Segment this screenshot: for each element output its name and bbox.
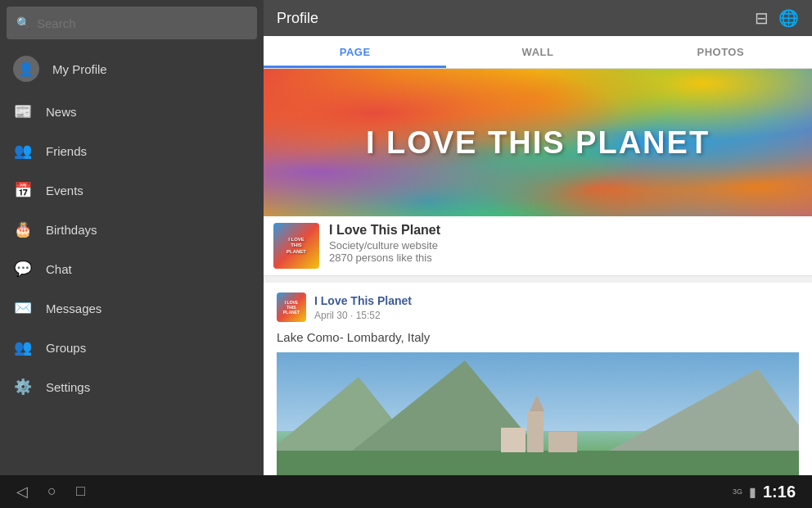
- page-name: I Love This Planet: [329, 223, 802, 238]
- post-author-link[interactable]: I Love This Planet: [314, 294, 412, 307]
- page-title: Profile: [277, 10, 318, 27]
- sidebar-item-events[interactable]: 📅 Events: [0, 170, 264, 210]
- sidebar-item-news[interactable]: 📰 News: [0, 92, 264, 131]
- post-thumbnail: I LOVETHISPLANET: [277, 293, 306, 322]
- main-header: Profile ⊟ 🌐: [264, 0, 812, 36]
- search-input[interactable]: [37, 16, 247, 30]
- battery-icon: ▮: [749, 484, 756, 500]
- sidebar-item-label: Friends: [46, 144, 87, 158]
- page-details: I Love This Planet Society/culture websi…: [329, 223, 802, 264]
- sidebar: 🔍 👤 My Profile 📰 News 👥 Friends 📅 Events…: [0, 0, 264, 475]
- post-meta: I Love This Planet April 30 · 15:52: [314, 293, 799, 321]
- tab-wall[interactable]: WALL: [446, 36, 629, 68]
- page-likes: 2870 persons like this: [329, 252, 802, 264]
- sidebar-item-label: News: [46, 105, 77, 119]
- sidebar-item-label: Messages: [46, 302, 102, 315]
- avatar: 👤: [13, 56, 39, 82]
- bottom-nav: ◁ ○ □ 3G ▮ 1:16: [0, 475, 812, 508]
- page-info-section: I LOVETHISPLANET I Love This Planet Soci…: [264, 216, 812, 276]
- home-button[interactable]: ○: [47, 483, 56, 501]
- tabs-bar: PAGE WALL PHOTOS: [264, 36, 812, 69]
- sidebar-item-label: Settings: [46, 380, 90, 394]
- bottom-nav-left: ◁ ○ □: [16, 483, 85, 501]
- post-image: [277, 352, 799, 475]
- sidebar-item-birthdays[interactable]: 🎂 Birthdays: [0, 210, 264, 249]
- page-thumbnail: I LOVETHISPLANET: [273, 223, 319, 269]
- sidebar-item-label: Events: [46, 184, 83, 197]
- news-icon: 📰: [13, 102, 33, 121]
- cover-text: I LOVE THIS PLANET: [366, 125, 710, 161]
- page-content: I LOVE THIS PLANET I LOVETHISPLANET I Lo…: [264, 69, 812, 475]
- search-bar[interactable]: 🔍: [7, 7, 257, 39]
- clock-display: 1:16: [763, 483, 796, 501]
- settings-icon: ⚙️: [13, 377, 33, 397]
- post-location: Lake Como- Lombardy, Italy: [277, 330, 799, 344]
- birthdays-icon: 🎂: [13, 220, 33, 239]
- search-icon: 🔍: [16, 16, 30, 29]
- network-badge: 3G: [733, 488, 742, 496]
- events-icon: 📅: [13, 180, 33, 200]
- chat-icon: 💬: [13, 259, 33, 279]
- header-icons: ⊟ 🌐: [755, 8, 799, 28]
- main-content: Profile ⊟ 🌐 PAGE WALL PHOTOS I LOVE THIS…: [264, 0, 812, 475]
- sidebar-item-label: Birthdays: [46, 223, 97, 237]
- back-button[interactable]: ◁: [16, 483, 28, 501]
- cover-photo: I LOVE THIS PLANET: [264, 69, 812, 216]
- sidebar-item-settings[interactable]: ⚙️ Settings: [0, 367, 264, 406]
- page-type: Society/culture website: [329, 239, 802, 252]
- sidebar-item-groups[interactable]: 👥 Groups: [0, 328, 264, 367]
- tab-photos[interactable]: PHOTOS: [629, 36, 812, 68]
- groups-icon: 👥: [13, 338, 33, 357]
- recents-button[interactable]: □: [76, 483, 85, 501]
- sidebar-item-chat[interactable]: 💬 Chat: [0, 249, 264, 288]
- sidebar-item-my-profile[interactable]: 👤 My Profile: [0, 46, 264, 92]
- friends-icon: 👥: [13, 141, 33, 161]
- sidebar-item-label: Groups: [46, 341, 86, 355]
- sidebar-item-label: Chat: [46, 262, 72, 276]
- sidebar-item-messages[interactable]: ✉️ Messages: [0, 288, 264, 328]
- tab-page[interactable]: PAGE: [264, 36, 446, 68]
- sidebar-item-friends[interactable]: 👥 Friends: [0, 131, 264, 170]
- messages-icon: ✉️: [13, 298, 33, 318]
- post-section: I LOVETHISPLANET I Love This Planet Apri…: [264, 283, 812, 475]
- bottom-nav-right: 3G ▮ 1:16: [733, 483, 796, 501]
- post-date: April 30 · 15:52: [314, 310, 799, 321]
- edit-icon[interactable]: ⊟: [755, 8, 769, 28]
- post-header: I LOVETHISPLANET I Love This Planet Apri…: [277, 293, 799, 322]
- globe-icon[interactable]: 🌐: [778, 8, 799, 28]
- sidebar-item-label: My Profile: [52, 62, 107, 76]
